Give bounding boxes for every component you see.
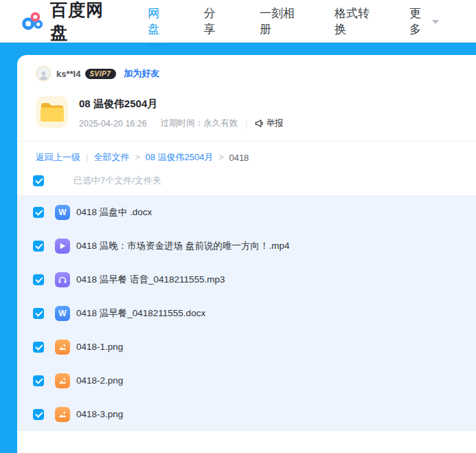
- report-label: 举报: [266, 118, 283, 129]
- picture-icon: [55, 407, 70, 422]
- file-checkbox[interactable]: [33, 308, 44, 319]
- share-expiry: 过期时间：永久有效: [161, 118, 238, 129]
- breadcrumb-back-link[interactable]: 返回上一级: [36, 151, 80, 164]
- file-row[interactable]: 0418-3.png: [17, 397, 476, 431]
- meta-separator: |: [245, 119, 247, 129]
- file-name[interactable]: 0418 温早餐_0418211555.docx: [76, 307, 205, 320]
- baidu-netdisk-cloud-icon: [21, 8, 44, 34]
- breadcrumb-bar-separator: |: [86, 153, 88, 163]
- selection-header: 已选中7个文件/文件夹: [17, 164, 476, 195]
- megaphone-icon: [255, 119, 264, 128]
- file-checkbox[interactable]: [33, 207, 44, 218]
- share-folder-info: 08 温俊伟2504月 2025-04-20 16:26 过期时间：永久有效 |…: [36, 96, 476, 129]
- file-checkbox[interactable]: [33, 241, 44, 252]
- folder-icon: [36, 96, 69, 129]
- nav-tab-more-label: 更多: [409, 5, 426, 37]
- file-name[interactable]: 0418-3.png: [76, 409, 123, 419]
- breadcrumb-item-folder[interactable]: 08 温俊伟2504月: [145, 151, 213, 164]
- file-row[interactable]: 0418 温晚：市场资金进场 盘前说的唯一方向！.mp4: [17, 229, 476, 263]
- share-meta-row: 2025-04-20 16:26 过期时间：永久有效 | 举报: [79, 118, 283, 129]
- nav-tab-share[interactable]: 分享: [203, 5, 223, 37]
- breadcrumb-item-all-files[interactable]: 全部文件: [93, 151, 129, 164]
- share-folder-title: 08 温俊伟2504月: [79, 98, 283, 111]
- word-file-icon: W: [55, 306, 70, 321]
- share-date: 2025-04-20 16:26: [79, 119, 147, 129]
- avatar: [36, 66, 51, 81]
- file-row[interactable]: W 0418 温早餐_0418211555.docx: [17, 296, 476, 330]
- nav-tab-convert[interactable]: 格式转换: [335, 5, 372, 37]
- file-checkbox[interactable]: [33, 274, 44, 285]
- share-text-block: 08 温俊伟2504月 2025-04-20 16:26 过期时间：永久有效 |…: [79, 96, 283, 129]
- selection-summary: 已选中7个文件/文件夹: [73, 175, 161, 187]
- picture-icon: [55, 373, 70, 388]
- file-checkbox[interactable]: [33, 375, 44, 386]
- file-name[interactable]: 0418 温盘中 .docx: [76, 206, 152, 219]
- file-name[interactable]: 0418-2.png: [76, 375, 123, 386]
- nav-tab-more[interactable]: 更多: [409, 5, 439, 37]
- report-link[interactable]: 举报: [255, 118, 283, 129]
- file-checkbox[interactable]: [33, 409, 44, 420]
- file-row[interactable]: 0418-1.png: [17, 330, 476, 364]
- person-icon: [38, 70, 49, 80]
- file-name[interactable]: 0418-1.png: [76, 342, 123, 352]
- sharer-username: ks**l4: [56, 69, 80, 79]
- file-row[interactable]: 0418-2.png: [17, 364, 476, 397]
- word-file-icon: W: [55, 205, 70, 220]
- brand-name: 百度网盘: [50, 0, 115, 44]
- video-play-icon: [55, 239, 70, 254]
- chevron-down-icon: [432, 20, 439, 24]
- breadcrumb-item-current: 0418: [229, 153, 249, 163]
- breadcrumb-gt-separator: >: [135, 153, 139, 162]
- file-name[interactable]: 0418 温晚：市场资金进场 盘前说的唯一方向！.mp4: [76, 240, 290, 252]
- sharer-info-row: ks**l4 SVIP7 加为好友: [17, 55, 476, 82]
- add-friend-link[interactable]: 加为好友: [124, 67, 159, 80]
- picture-icon: [55, 340, 70, 355]
- svip-badge: SVIP7: [85, 69, 116, 79]
- main-nav: 网盘 分享 一刻相册 格式转换 更多: [148, 5, 476, 37]
- select-all-checkbox[interactable]: [33, 175, 44, 186]
- file-list: W 0418 温盘中 .docx 0418 温晚：市场资金进场 盘前说的唯一方向…: [17, 195, 476, 431]
- brand-logo[interactable]: 百度网盘: [21, 0, 115, 44]
- share-card: ks**l4 SVIP7 加为好友 08 温俊伟2504月 2025-04-20…: [17, 55, 476, 453]
- file-row[interactable]: 0418 温早餐 语音_0418211555.mp3: [17, 263, 476, 296]
- breadcrumb-gt-separator: >: [218, 153, 223, 162]
- file-name[interactable]: 0418 温早餐 语音_0418211555.mp3: [76, 274, 225, 286]
- file-checkbox[interactable]: [33, 342, 44, 353]
- nav-tab-album[interactable]: 一刻相册: [260, 5, 297, 37]
- top-navbar: 百度网盘 网盘 分享 一刻相册 格式转换 更多: [0, 0, 476, 43]
- page-background: ks**l4 SVIP7 加为好友 08 温俊伟2504月 2025-04-20…: [0, 43, 476, 453]
- breadcrumb: 返回上一级 | 全部文件 > 08 温俊伟2504月 > 0418: [17, 142, 476, 164]
- file-row[interactable]: W 0418 温盘中 .docx: [17, 195, 476, 229]
- nav-tab-netdisk[interactable]: 网盘: [148, 5, 167, 37]
- headphones-icon: [55, 272, 70, 287]
